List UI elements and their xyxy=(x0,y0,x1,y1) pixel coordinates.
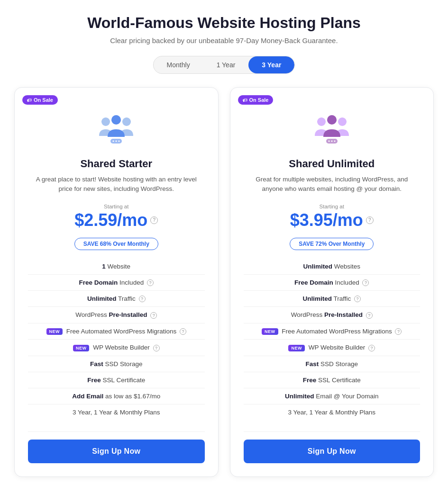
unlimited-price-section: Starting at $3.95/mo ? xyxy=(244,204,421,230)
svg-point-8 xyxy=(338,117,347,126)
feature-ul-domain-help[interactable]: ? xyxy=(362,279,369,286)
unlimited-price: $3.95/mo xyxy=(290,210,363,230)
starter-price: $2.59/mo xyxy=(74,210,147,230)
toggle-3year[interactable]: 3 Year xyxy=(248,56,294,73)
page-header: World-Famous Website Hosting Plans Clear… xyxy=(9,14,439,45)
svg-point-5 xyxy=(116,141,117,142)
unlimited-price-help[interactable]: ? xyxy=(366,216,374,224)
feature-email: Add Email as low as $1.67/mo xyxy=(28,388,205,404)
svg-point-4 xyxy=(113,141,114,142)
feature-plans: 3 Year, 1 Year & Monthly Plans xyxy=(28,404,205,420)
feature-label: 1 Website xyxy=(102,263,130,270)
starter-features-list: 1 Website Free Domain Included ? Unlimit… xyxy=(28,259,205,420)
plan-card-unlimited: On Sale Shared Unlimited Great for multi… xyxy=(230,87,434,477)
svg-point-11 xyxy=(328,141,329,142)
svg-point-13 xyxy=(334,141,335,142)
unlimited-plan-name: Shared Unlimited xyxy=(244,158,421,170)
starter-save-wrapper: SAVE 68% Over Monthly xyxy=(28,233,205,259)
feature-ul-migrations-help[interactable]: ? xyxy=(395,328,402,335)
feature-ul-email: Unlimited Email @ Your Domain xyxy=(244,388,421,404)
svg-point-12 xyxy=(331,141,332,142)
feature-ul-migrations: NEW Free Automated WordPress Migrations … xyxy=(244,323,421,340)
feature-ul-builder-help[interactable]: ? xyxy=(368,345,375,351)
page-subtitle: Clear pricing backed by our unbeatable 9… xyxy=(9,36,439,45)
unlimited-save-badge: SAVE 72% Over Monthly xyxy=(290,238,374,250)
feature-builder-help[interactable]: ? xyxy=(153,345,160,351)
feature-websites: 1 Website xyxy=(28,259,205,275)
starter-plan-description: A great place to start! Website hosting … xyxy=(28,175,205,194)
starter-divider xyxy=(28,431,205,432)
unlimited-divider xyxy=(244,431,421,432)
svg-point-9 xyxy=(327,115,337,125)
unlimited-starting-at: Starting at xyxy=(244,204,421,209)
unlimited-features-list: Unlimited Websites Free Domain Included … xyxy=(244,259,421,420)
starter-signup-button[interactable]: Sign Up Now xyxy=(28,440,205,463)
feature-domain-help[interactable]: ? xyxy=(147,279,154,286)
feature-migrations-help[interactable]: ? xyxy=(180,328,186,335)
starter-save-badge: SAVE 68% Over Monthly xyxy=(74,238,158,250)
on-sale-badge-starter: On Sale xyxy=(22,95,58,105)
feature-ul-ssl: Free SSL Certificate xyxy=(244,372,421,388)
starter-plan-name: Shared Starter xyxy=(28,158,205,170)
feature-ul-plans: 3 Year, 1 Year & Monthly Plans xyxy=(244,404,421,420)
new-badge-builder: NEW xyxy=(73,345,90,351)
feature-ul-wp-help[interactable]: ? xyxy=(366,312,373,319)
on-sale-badge-unlimited: On Sale xyxy=(238,95,274,105)
feature-traffic-help[interactable]: ? xyxy=(139,296,146,302)
unlimited-icon xyxy=(244,111,421,151)
toggle-group: Monthly 1 Year 3 Year xyxy=(153,56,295,74)
feature-traffic: Unlimited Traffic ? xyxy=(28,291,205,307)
toggle-1year[interactable]: 1 Year xyxy=(203,56,249,73)
unlimited-signup-button[interactable]: Sign Up Now xyxy=(244,440,421,463)
feature-builder: NEW WP Website Builder ? xyxy=(28,340,205,356)
feature-migrations: NEW Free Automated WordPress Migrations … xyxy=(28,323,205,340)
feature-domain: Free Domain Included ? xyxy=(28,275,205,291)
svg-point-2 xyxy=(111,115,121,125)
svg-point-6 xyxy=(119,141,120,142)
plan-card-starter: On Sale Shared Starter A gr xyxy=(14,87,219,477)
unlimited-save-wrapper: SAVE 72% Over Monthly xyxy=(244,233,421,259)
feature-ul-domain: Free Domain Included ? xyxy=(244,275,421,291)
feature-ul-traffic: Unlimited Traffic ? xyxy=(244,291,421,307)
new-badge-migrations: NEW xyxy=(46,328,63,335)
starter-price-help[interactable]: ? xyxy=(150,216,158,224)
starter-price-section: Starting at $2.59/mo ? xyxy=(28,204,205,230)
plans-container: On Sale Shared Starter A gr xyxy=(9,87,439,477)
feature-ul-wordpress: WordPress Pre-Installed ? xyxy=(244,307,421,323)
starter-icon xyxy=(28,111,205,151)
feature-storage: Fast SSD Storage xyxy=(28,356,205,372)
feature-ul-traffic-help[interactable]: ? xyxy=(354,296,361,302)
unlimited-plan-description: Great for multiple websites, including W… xyxy=(244,175,421,194)
feature-ssl: Free SSL Certificate xyxy=(28,372,205,388)
svg-point-1 xyxy=(122,117,131,126)
toggle-monthly[interactable]: Monthly xyxy=(154,56,203,73)
billing-toggle-group: Monthly 1 Year 3 Year xyxy=(9,56,439,74)
svg-point-7 xyxy=(317,117,326,126)
new-badge-ul-builder: NEW xyxy=(288,345,305,351)
feature-wordpress: WordPress Pre-Installed ? xyxy=(28,307,205,323)
new-badge-ul-migrations: NEW xyxy=(262,328,278,335)
feature-wp-help[interactable]: ? xyxy=(150,312,157,319)
svg-point-0 xyxy=(101,117,110,126)
feature-ul-builder: NEW WP Website Builder ? xyxy=(244,340,421,356)
page-title: World-Famous Website Hosting Plans xyxy=(9,14,439,32)
starter-starting-at: Starting at xyxy=(28,204,205,209)
feature-ul-websites: Unlimited Websites xyxy=(244,259,421,275)
feature-ul-storage: Fast SSD Storage xyxy=(244,356,421,372)
